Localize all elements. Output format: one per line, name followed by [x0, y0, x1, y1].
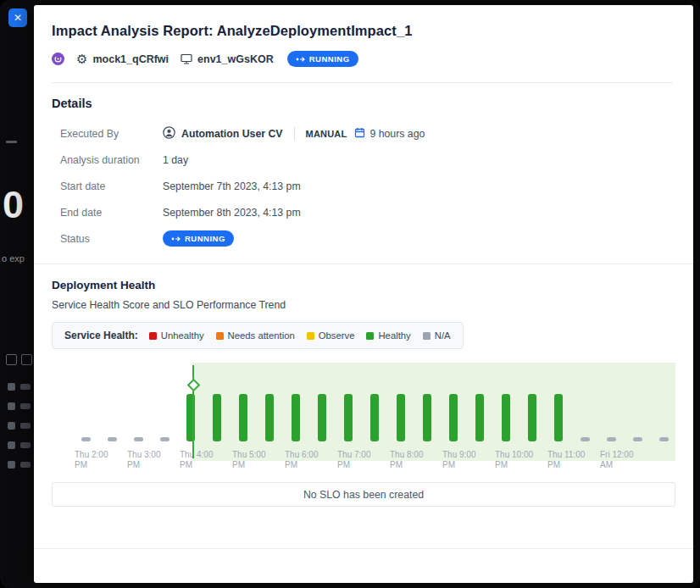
- x-axis-tick-label: Thu 10:00PM: [495, 450, 547, 469]
- health-bar[interactable]: [502, 394, 510, 441]
- health-bar[interactable]: [423, 394, 431, 441]
- legend-item: Healthy: [366, 330, 410, 341]
- x-axis-tick-label: Thu 9:00PM: [442, 450, 495, 469]
- health-bar[interactable]: [292, 394, 300, 441]
- legend-item: Unhealthy: [149, 330, 204, 341]
- detail-row-duration: Analysis duration 1 day: [52, 147, 675, 173]
- health-bar[interactable]: [581, 437, 590, 441]
- x-axis-tick-label: Thu 3:00PM: [127, 450, 180, 469]
- background-list-row: [0, 402, 34, 411]
- service-name: mock1_qCRfwi: [92, 53, 169, 65]
- trigger-type-label: MANUAL: [306, 129, 347, 139]
- legend-swatch: [366, 332, 374, 340]
- legend-label: Needs attention: [228, 330, 295, 341]
- health-bar[interactable]: [475, 394, 484, 441]
- background-big-number: 0: [3, 183, 24, 227]
- health-bar[interactable]: [108, 437, 117, 441]
- environment-icon: [181, 53, 192, 64]
- x-axis-tick-label: Thu 4:00PM: [180, 450, 232, 469]
- executed-by-name: Automation User CV: [181, 128, 283, 140]
- deployment-health-section: Deployment Health Service Health Score a…: [34, 264, 693, 507]
- legend-label: Healthy: [378, 330, 410, 341]
- x-axis-tick-label: Thu 7:00PM: [337, 450, 390, 469]
- report-meta-row: ⚙ mock1_qCRfwi env1_wGsKOR RUNNING: [52, 51, 673, 67]
- detail-row-executed-by: Executed By Automation User CV MANUAL 9 …: [52, 120, 675, 147]
- app-frame: 0 o exp ✕ Impact Analysis Report: Analyz…: [0, 0, 700, 588]
- background-list-row: [0, 461, 34, 469]
- running-icon: [296, 56, 306, 63]
- health-bar[interactable]: [81, 437, 91, 441]
- environment-link[interactable]: env1_wGsKOR: [181, 53, 274, 65]
- x-axis-tick-label: Thu 5:00PM: [232, 450, 285, 469]
- detail-value: Automation User CV MANUAL 9 hours ago: [163, 126, 425, 141]
- detail-label: Executed By: [60, 128, 163, 140]
- background-icon: [6, 354, 17, 365]
- legend-label: Unhealthy: [161, 330, 204, 341]
- detail-value: RUNNING: [163, 230, 234, 247]
- running-icon: [171, 236, 181, 242]
- health-bar[interactable]: [397, 394, 405, 441]
- health-bar[interactable]: [607, 437, 616, 441]
- detail-label: Status: [60, 233, 163, 245]
- health-bar[interactable]: [633, 437, 642, 441]
- detail-value: September 7th 2023, 4:13 pm: [163, 180, 301, 192]
- service-gear-icon: ⚙: [76, 53, 87, 65]
- background-list-row: [0, 383, 34, 391]
- status-badge-label: RUNNING: [185, 234, 225, 243]
- legend-label: N/A: [435, 330, 451, 341]
- x-axis-tick-label: Thu 8:00PM: [390, 450, 442, 469]
- background-list-row: [0, 441, 34, 450]
- calendar-icon: [354, 127, 365, 141]
- status-badge: RUNNING: [287, 51, 358, 67]
- background-icon: [21, 354, 32, 365]
- close-icon: ✕: [14, 8, 22, 27]
- legend-swatch: [149, 332, 157, 340]
- close-drawer-button[interactable]: ✕: [8, 8, 27, 27]
- detail-row-start-date: Start date September 7th 2023, 4:13 pm: [52, 173, 675, 199]
- user-icon: [163, 126, 175, 141]
- status-badge-label: RUNNING: [309, 54, 350, 64]
- service-link[interactable]: ⚙ mock1_qCRfwi: [76, 53, 169, 65]
- detail-label: End date: [60, 207, 163, 219]
- health-bar[interactable]: [318, 394, 326, 441]
- legend-label: Observe: [319, 330, 355, 341]
- legend-item: Observe: [307, 330, 355, 341]
- health-bar[interactable]: [239, 394, 247, 441]
- health-bar[interactable]: [449, 394, 458, 441]
- details-section: Details Executed By Automation User CV M…: [34, 83, 693, 263]
- health-heading: Deployment Health: [52, 279, 675, 291]
- detail-value: September 8th 2023, 4:13 pm: [163, 207, 301, 219]
- service-health-legend: Service Health: UnhealthyNeeds attention…: [52, 322, 464, 349]
- vertical-divider: [294, 127, 295, 140]
- x-axis-tick-label: Fri 12:00AM: [600, 450, 653, 469]
- detail-row-end-date: End date September 8th 2023, 4:13 pm: [52, 199, 675, 225]
- background-list-row: [0, 422, 34, 430]
- health-bar[interactable]: [134, 437, 143, 441]
- health-bar[interactable]: [659, 437, 669, 441]
- legend-swatch: [216, 332, 224, 340]
- health-bar[interactable]: [528, 394, 536, 441]
- health-bar[interactable]: [554, 394, 563, 441]
- x-axis-tick-label: Thu 2:00PM: [75, 450, 127, 469]
- health-bar[interactable]: [344, 394, 353, 441]
- health-chart[interactable]: Thu 2:00PMThu 3:00PMThu 4:00PMThu 5:00PM…: [52, 363, 675, 474]
- detail-value: 1 day: [163, 154, 188, 166]
- drawer-footer-divider: [34, 548, 693, 549]
- health-bar[interactable]: [370, 394, 379, 441]
- x-axis-tick-label: Thu 6:00PM: [285, 450, 337, 469]
- impact-analysis-drawer: Impact Analysis Report: AnalyzeDeploymen…: [34, 5, 693, 583]
- health-bar[interactable]: [265, 394, 274, 441]
- legend-title: Service Health:: [64, 330, 138, 341]
- executed-time: 9 hours ago: [369, 128, 425, 140]
- legend-swatch: [423, 332, 431, 340]
- health-bar[interactable]: [213, 394, 221, 441]
- background-text-fragment: o exp: [2, 253, 25, 263]
- health-bar[interactable]: [160, 437, 169, 441]
- details-heading: Details: [52, 97, 675, 110]
- detail-label: Analysis duration: [60, 154, 163, 166]
- legend-swatch: [307, 332, 314, 340]
- environment-name: env1_wGsKOR: [197, 53, 274, 65]
- legend-items: UnhealthyNeeds attentionObserveHealthyN/…: [149, 330, 451, 341]
- background-fragment: [6, 141, 17, 143]
- no-slo-message-box: No SLO has been created: [52, 482, 675, 507]
